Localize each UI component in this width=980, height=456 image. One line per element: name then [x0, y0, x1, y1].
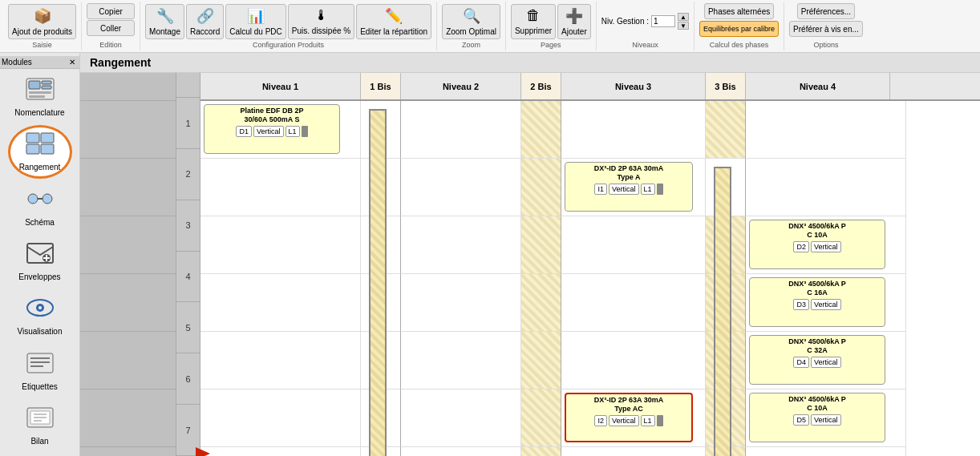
raccord-label: Raccord	[190, 27, 220, 36]
cell-n2-6	[401, 389, 521, 447]
dx3-id-1-fields: I1 Vertical L1	[567, 184, 690, 195]
platine-field-l1: L1	[285, 126, 300, 137]
row-numbers: 1 2 3 4 5 6 7	[176, 73, 200, 456]
niv-up-button[interactable]: ▲	[678, 13, 689, 21]
dnx3-c16-d3: D3	[793, 299, 809, 310]
cell-3bis-2	[706, 159, 746, 216]
ajout-produits-button[interactable]: 📦 Ajout de produits	[8, 4, 76, 39]
montage-icon: 🔧	[156, 7, 174, 25]
zoom-label: Zoom Optimal	[446, 27, 496, 36]
toolbar-group-calcul-phases: Phases alternées Equilibrées par calibre…	[695, 2, 784, 50]
platine-field-vertical: Vertical	[253, 126, 284, 137]
component-dnx3-c10-2[interactable]: DNX³ 4500/6kA PC 10A D5 Vertical	[749, 393, 885, 442]
cell-n1-5	[200, 332, 361, 389]
bus-bar	[369, 109, 387, 456]
equilibrees-button[interactable]: Equilibrées par calibre	[699, 21, 779, 37]
etiquettes-label: Etiquettes	[22, 382, 57, 391]
dnx3-c32-vertical: Vertical	[811, 357, 841, 368]
platine-end	[302, 126, 308, 137]
cell-n2-1	[401, 101, 521, 159]
copier-button[interactable]: Copier	[87, 3, 135, 19]
equilibrees-label: Equilibrées par calibre	[703, 25, 775, 33]
ajouter-button[interactable]: ➕ Ajouter	[557, 4, 591, 39]
sidebar-item-nomenclature[interactable]: Nomenclature	[8, 71, 72, 123]
cell-n4-2	[746, 159, 906, 216]
copier-label: Copier	[99, 7, 122, 16]
phases-alternees-button[interactable]: Phases alternées	[704, 3, 774, 19]
component-dnx3-c32[interactable]: DNX³ 4500/6kA PC 32A D4 Vertical	[749, 335, 885, 385]
svg-rect-4	[29, 91, 51, 94]
calcul-pdc-icon: 📊	[247, 7, 265, 25]
preferences-button[interactable]: Préférences...	[797, 3, 855, 19]
sidebar-item-visualisation[interactable]: Visualisation	[8, 290, 72, 343]
rangement-label-text: Rangement	[19, 163, 61, 172]
saisie-label: Saisie	[32, 39, 52, 49]
cell-n3-1	[561, 101, 706, 159]
calcul-pdc-button[interactable]: 📊 Calcul du PDC	[225, 4, 286, 39]
niv-down-button[interactable]: ▼	[678, 22, 689, 30]
editer-icon: ✏️	[385, 7, 403, 25]
editer-repartition-button[interactable]: ✏️ Editer la répartition	[356, 4, 431, 39]
sidebar-header: Modules ✕	[0, 56, 79, 69]
cell-2bis-2	[521, 159, 561, 216]
row-2: 2	[176, 149, 200, 200]
row-3: 3	[176, 200, 200, 252]
dx3-2-field-i2: I2	[594, 415, 607, 426]
cell-n3-6: DX³-ID 2P 63A 30mAType AC I2 Vertical L1	[561, 389, 706, 447]
supprimer-icon: 🗑	[526, 7, 541, 24]
niv-gestion-input[interactable]	[651, 15, 675, 27]
cell-3bis-1	[706, 101, 746, 159]
sidebar-item-etiquettes[interactable]: Etiquettes	[8, 345, 72, 397]
col-header-n2: Niveau 2	[401, 73, 521, 99]
bus-bar-3bis	[714, 167, 731, 456]
cell-n4-4: DNX³ 4500/6kA PC 16A D3 Vertical	[746, 274, 906, 332]
puis-icon: 🌡	[314, 7, 329, 24]
dx3-1-field-l1: L1	[641, 184, 655, 195]
dx3-id-1-title: DX³-ID 2P 63A 30mAType A	[567, 164, 690, 182]
grid-body: Platine EDF DB 2P30/60A 500mA S D1 Verti…	[200, 101, 980, 456]
dnx3-c16-title: DNX³ 4500/6kA PC 16A	[751, 280, 883, 297]
cell-1bis-1	[361, 101, 401, 159]
puis-dissipee-button[interactable]: 🌡 Puis. dissipée %	[288, 4, 354, 39]
col-1bis-cells	[361, 101, 401, 456]
toolbar-group-niveaux: Niv. Gestion : ▲ ▼ Niveaux	[597, 2, 695, 50]
component-dx3-id-1[interactable]: DX³-ID 2P 63A 30mAType A I1 Vertical L1	[565, 162, 693, 212]
schema-icon	[26, 188, 55, 215]
niv-gestion-label: Niv. Gestion :	[601, 17, 649, 26]
preferer-vis-button[interactable]: Préférer à vis en...	[789, 21, 863, 37]
col-header-n3: Niveau 3	[561, 73, 706, 99]
supprimer-button[interactable]: 🗑 Supprimer	[511, 4, 556, 39]
zoom-optimal-button[interactable]: 🔍 Zoom Optimal	[442, 4, 500, 39]
platine-fields: D1 Vertical L1	[206, 126, 338, 137]
connector-row6	[196, 447, 210, 456]
col-n4-cells: DNX³ 4500/6kA PC 10A D2 Vertical DNX³ 45	[746, 101, 906, 456]
component-dnx3-c10[interactable]: DNX³ 4500/6kA PC 10A D2 Vertical	[749, 220, 885, 269]
cell-n3-4	[561, 274, 706, 332]
dnx3-c10-d2: D2	[793, 241, 809, 252]
dnx3-c10-2-title: DNX³ 4500/6kA PC 10A	[751, 395, 883, 413]
sidebar-item-enveloppes[interactable]: Enveloppes	[8, 235, 72, 288]
sidebar-item-bilan[interactable]: Bilan	[8, 400, 72, 453]
sidebar-item-rangement[interactable]: Rangement	[8, 125, 72, 179]
montage-button[interactable]: 🔧 Montage	[145, 4, 184, 39]
svg-rect-1	[29, 81, 40, 89]
coller-button[interactable]: Coller	[87, 20, 135, 36]
row-4: 4	[176, 252, 200, 303]
grid-wrapper[interactable]: 1 2 3 4 5 6 7 Niveau 1 1 Bis Niveau 2 2 …	[80, 73, 980, 456]
platine-field-d1: D1	[236, 126, 252, 137]
component-dnx3-c16[interactable]: DNX³ 4500/6kA PC 16A D3 Vertical	[749, 277, 885, 327]
cell-n4-3: DNX³ 4500/6kA PC 10A D2 Vertical	[746, 216, 906, 274]
cell-2bis-4	[521, 274, 561, 332]
col-header-3bis: 3 Bis	[706, 73, 746, 99]
component-dx3-id-2[interactable]: DX³-ID 2P 63A 30mAType AC I2 Vertical L1	[565, 393, 693, 442]
dx3-2-field-vertical: Vertical	[609, 415, 639, 426]
raccord-button[interactable]: 🔗 Raccord	[186, 4, 224, 39]
component-platine-edf[interactable]: Platine EDF DB 2P30/60A 500mA S D1 Verti…	[204, 104, 340, 154]
cell-n4-7	[746, 447, 906, 456]
ajout-produits-icon: 📦	[34, 7, 51, 25]
bilan-label: Bilan	[30, 437, 48, 446]
sidebar-close-button[interactable]: ✕	[67, 58, 78, 67]
ajouter-label: Ajouter	[561, 27, 587, 36]
sidebar-item-schema[interactable]: Schéma	[8, 180, 72, 233]
zoom-icon: 🔍	[463, 7, 480, 25]
